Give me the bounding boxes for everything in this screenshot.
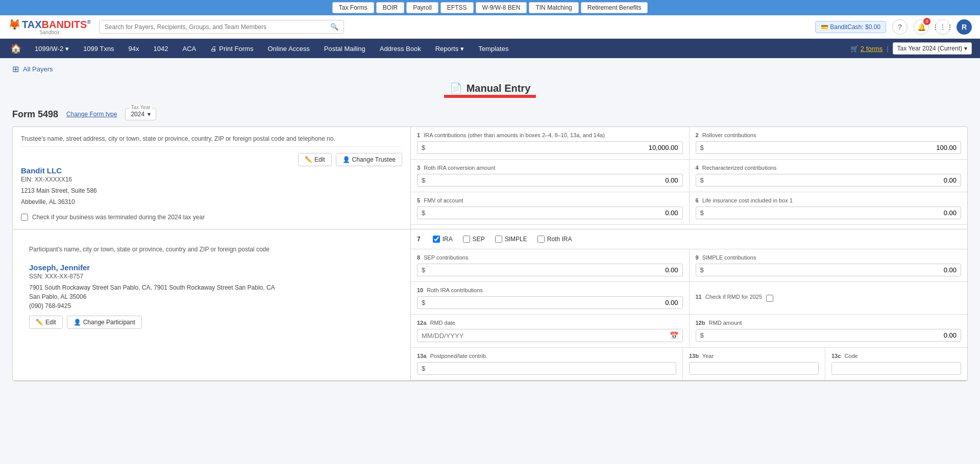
apps-button[interactable]: ⋮⋮⋮	[935, 19, 950, 35]
dollar-icon: $	[422, 209, 425, 217]
top-navigation: Tax Forms BOIR Payroll EFTSS W-9/W-8 BEN…	[0, 0, 980, 15]
nav-templates[interactable]: Templates	[471, 40, 516, 58]
box12a-input-wrapper: 📅	[417, 329, 683, 342]
nav-94x[interactable]: 94x	[121, 40, 146, 58]
dollar-icon: $	[700, 209, 704, 217]
nav-aca[interactable]: ACA	[176, 40, 204, 58]
top-nav-eftss[interactable]: EFTSS	[440, 2, 474, 13]
field-row-13abc: 13a Postponed/late contrib. $ 13b Year	[411, 348, 967, 380]
manual-entry-title: 📄 Manual Entry	[0, 82, 980, 94]
box12a-input[interactable]	[422, 332, 670, 340]
box12b-input[interactable]	[707, 331, 957, 339]
tax-year-selector[interactable]: Tax Year 2024 (Current) ▾	[893, 42, 972, 55]
avatar[interactable]: R	[957, 19, 972, 35]
main-content: Trustee's name, street address, city or …	[0, 126, 980, 394]
nav-print-forms[interactable]: 🖨 Print Forms	[203, 40, 260, 58]
field-box13c: 13c Code	[825, 348, 967, 380]
box3-input[interactable]	[428, 176, 678, 184]
top-nav-w9[interactable]: W-9/W-8 BEN	[476, 2, 527, 13]
field-box9: 9 SIMPLE contributions $	[690, 249, 968, 281]
all-payers-link[interactable]: All Payers	[23, 65, 53, 73]
box13c-label: 13c Code	[831, 353, 961, 359]
box8-label: 8 SEP contributions	[417, 254, 683, 261]
box6-input-wrapper: $	[696, 207, 962, 219]
change-participant-button[interactable]: 👤 Change Participant	[67, 316, 142, 329]
participant-edit-button[interactable]: ✏️ Edit	[29, 316, 63, 329]
tax-year-dropdown[interactable]: Tax Year 2024 ▾	[125, 108, 156, 120]
box6-label: 6 Life insurance cost included in box 1	[696, 197, 962, 203]
nav-1099txns[interactable]: 1099 Txns	[76, 40, 121, 58]
box1-input[interactable]	[428, 144, 678, 151]
roth-ira-checkbox[interactable]	[537, 236, 545, 243]
box11-checkbox[interactable]	[766, 295, 773, 302]
top-nav-taxforms[interactable]: Tax Forms	[332, 2, 374, 13]
field-box7: 7 IRA SEP SIMPLE Roth I	[411, 229, 967, 249]
box1-input-wrapper: $	[417, 141, 683, 154]
nav-1042[interactable]: 1042	[146, 40, 176, 58]
calendar-icon[interactable]: 📅	[670, 331, 678, 340]
field-row-8-9: 8 SEP contributions $ 9 SIMPLE contribut…	[411, 249, 967, 282]
nav-address-book[interactable]: Address Book	[373, 40, 428, 58]
field-box12b: 12b RMD amount $	[690, 315, 968, 347]
bandit-cash-button[interactable]: 💳 BanditCash: $0.00	[815, 21, 886, 33]
box9-input[interactable]	[707, 266, 957, 274]
top-nav-retirement[interactable]: Retirement Benefits	[581, 2, 648, 13]
box3-label: 3 Roth IRA conversion amount	[417, 165, 683, 171]
manual-entry-underline	[444, 96, 536, 98]
logo-main: TAXBANDITS®	[22, 19, 91, 31]
box13b-input-wrapper	[689, 362, 819, 375]
box13b-input[interactable]	[694, 365, 814, 372]
change-trustee-button[interactable]: 👤 Change Trustee	[336, 153, 402, 166]
box13c-input[interactable]	[836, 365, 957, 372]
ira-checkbox[interactable]	[433, 236, 440, 243]
box9-input-wrapper: $	[696, 264, 962, 276]
home-button[interactable]: 🏠	[4, 39, 28, 58]
search-input[interactable]	[105, 23, 330, 31]
top-nav-tin[interactable]: TIN Matching	[529, 2, 578, 13]
box6-input[interactable]	[707, 209, 957, 217]
box1-label: 1 IRA contributions (other than amounts …	[417, 132, 683, 138]
box4-input[interactable]	[707, 176, 957, 184]
dollar-icon: $	[700, 331, 704, 339]
box2-input[interactable]	[707, 144, 957, 151]
top-nav-payroll[interactable]: Payroll	[406, 2, 438, 13]
cart-icon: 🛒	[850, 45, 859, 53]
participant-address-line2: San Pablo, AL 35006	[29, 293, 394, 300]
field-row-5-6: 5 FMV of account $ 6 Life insurance cost…	[411, 192, 967, 225]
box13b-label: 13b Year	[689, 353, 819, 359]
top-nav-boir[interactable]: BOIR	[376, 2, 404, 13]
box12b-label: 12b RMD amount	[696, 320, 962, 326]
logo-text: 🦊 TAXBANDITS®	[8, 18, 91, 31]
field-box2: 2 Rollover contributions $	[690, 127, 968, 159]
simple-checkbox[interactable]	[495, 236, 502, 243]
search-icon: 🔍	[330, 23, 338, 31]
change-form-link[interactable]: Change Form type	[66, 111, 117, 118]
sep-checkbox-item: SEP	[463, 236, 485, 243]
nav-reports[interactable]: Reports ▾	[428, 40, 472, 58]
box13a-input[interactable]	[428, 365, 672, 372]
search-bar[interactable]: 🔍	[99, 20, 344, 34]
box10-input[interactable]	[428, 299, 678, 306]
dollar-icon: $	[422, 299, 425, 306]
box8-input[interactable]	[428, 266, 678, 274]
box11-label: 11 Check if RMD for 2025	[696, 294, 763, 300]
trustee-section-header: Trustee's name, street address, city or …	[21, 135, 402, 147]
terminate-checkbox-area: Check if your business was terminated du…	[21, 214, 402, 221]
trustee-edit-button[interactable]: ✏️ Edit	[298, 153, 332, 166]
cart-label: 2 forms	[861, 45, 883, 53]
nav-1099w2[interactable]: 1099/W-2 ▾	[28, 40, 76, 58]
box5-label: 5 FMV of account	[417, 197, 683, 203]
nav-postal-mailing[interactable]: Postal Mailing	[317, 40, 373, 58]
sep-checkbox[interactable]	[463, 236, 470, 243]
dollar-icon: $	[422, 176, 425, 184]
nav-online-access[interactable]: Online Access	[260, 40, 316, 58]
trustee-name: Bandit LLC	[21, 166, 402, 175]
terminate-checkbox[interactable]	[21, 214, 28, 221]
cart-button[interactable]: 🛒 2 forms	[850, 45, 883, 53]
notifications-button[interactable]: 🔔 0	[914, 19, 929, 35]
dropdown-icon: ▾	[460, 45, 464, 53]
field-box8: 8 SEP contributions $	[411, 249, 690, 281]
box5-input[interactable]	[428, 209, 678, 217]
help-button[interactable]: ?	[892, 19, 908, 35]
participant-section: Participant's name, city or town, state …	[13, 229, 967, 381]
